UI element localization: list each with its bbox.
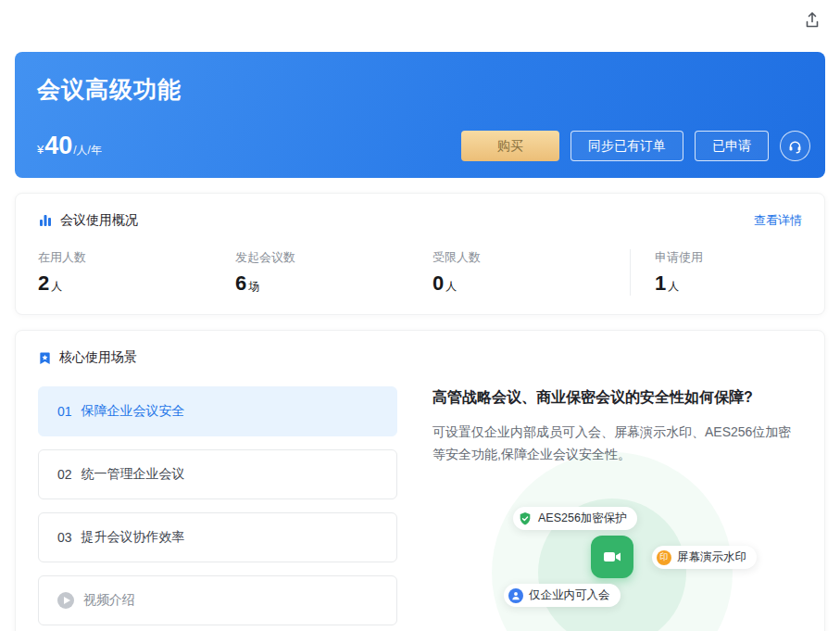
badge-label: AES256加密保护 (538, 511, 627, 526)
scenario-item-management[interactable]: 02 统一管理企业会议 (38, 449, 397, 499)
stat-value: 0 (433, 271, 444, 296)
video-camera-badge (591, 536, 633, 578)
scenario-item-efficiency[interactable]: 03 提升会议协作效率 (38, 512, 397, 562)
video-camera-icon (601, 546, 623, 568)
scenario-list: 01 保障企业会议安全 02 统一管理企业会议 03 提升会议协作效率 视频介绍 (38, 386, 397, 631)
bar-chart-icon (38, 213, 53, 228)
scenario-item-security[interactable]: 01 保障企业会议安全 (38, 386, 397, 436)
stamp-icon: 印 (657, 550, 671, 565)
stat-apply-usage: 申请使用 1人 (630, 249, 802, 296)
banner-actions: 购买 同步已有订单 已申请 (461, 131, 810, 161)
buy-button[interactable]: 购买 (461, 131, 559, 161)
play-icon (57, 592, 74, 609)
overview-header: 会议使用概况 查看详情 (38, 212, 802, 229)
badge-label: 仅企业内可入会 (529, 587, 610, 603)
badge-internal-only: 仅企业内可入会 (504, 584, 621, 607)
scenarios-header: 核心使用场景 (38, 349, 802, 366)
stat-unit: 场 (248, 279, 259, 295)
video-intro-label: 视频介绍 (83, 592, 135, 609)
headset-icon (787, 138, 803, 154)
stat-value: 1 (655, 271, 666, 296)
sync-orders-button[interactable]: 同步已有订单 (570, 131, 683, 161)
scenario-index: 01 (57, 404, 72, 419)
scenarios-title-group: 核心使用场景 (38, 349, 137, 366)
scenario-label: 统一管理企业会议 (81, 466, 185, 483)
stat-value: 2 (38, 271, 49, 296)
badge-screen-watermark: 印 屏幕演示水印 (652, 546, 757, 569)
banner-bottom: ¥ 40 /人/年 购买 同步已有订单 已申请 (37, 131, 810, 161)
support-button[interactable] (780, 131, 810, 161)
overview-title-group: 会议使用概况 (38, 212, 138, 229)
scenarios-body: 01 保障企业会议安全 02 统一管理企业会议 03 提升会议协作效率 视频介绍… (38, 386, 802, 631)
stat-restricted-users: 受限人数 0人 (433, 249, 630, 296)
scenario-label: 提升会议协作效率 (81, 529, 185, 546)
bookmark-icon (38, 351, 52, 365)
applied-button[interactable]: 已申请 (695, 131, 769, 161)
scenario-detail: 高管战略会议、商业保密会议的安全性如何保障? 可设置仅企业内部成员可入会、屏幕演… (433, 386, 802, 631)
shield-check-icon (518, 511, 533, 526)
scenarios-card: 核心使用场景 01 保障企业会议安全 02 统一管理企业会议 03 提升会议协作… (15, 330, 825, 631)
scenario-index: 02 (57, 467, 72, 482)
price-amount: 40 (44, 132, 72, 160)
badge-label: 屏幕演示水印 (677, 549, 746, 565)
scenarios-title: 核心使用场景 (59, 349, 137, 366)
security-illustration: AES256加密保护 印 屏幕演示水印 仅企业内可入会 (433, 480, 802, 631)
overview-card: 会议使用概况 查看详情 在用人数 2人 发起会议数 6场 受限人数 0人 申请使… (15, 193, 825, 315)
share-button[interactable] (801, 9, 823, 32)
stat-meetings-started: 发起会议数 6场 (235, 249, 433, 296)
scenario-detail-heading: 高管战略会议、商业保密会议的安全性如何保障? (433, 388, 802, 408)
stat-unit: 人 (445, 279, 457, 295)
topbar (0, 0, 840, 41)
stat-active-users: 在用人数 2人 (38, 249, 235, 296)
stat-unit: 人 (51, 279, 62, 295)
share-icon (803, 11, 821, 30)
scenario-index: 03 (57, 530, 72, 545)
price-unit: /人/年 (73, 143, 102, 158)
overview-stats: 在用人数 2人 发起会议数 6场 受限人数 0人 申请使用 1人 (38, 249, 802, 296)
overview-title: 会议使用概况 (60, 212, 138, 229)
user-icon (508, 588, 523, 603)
page-title: 会议高级功能 (37, 74, 803, 105)
video-intro-item[interactable]: 视频介绍 (38, 575, 397, 625)
stat-value: 6 (235, 271, 246, 296)
price-currency: ¥ (37, 143, 44, 157)
view-detail-link[interactable]: 查看详情 (754, 212, 802, 229)
stat-unit: 人 (668, 279, 679, 295)
banner: 会议高级功能 ¥ 40 /人/年 购买 同步已有订单 已申请 (15, 52, 825, 178)
price: ¥ 40 /人/年 (37, 132, 102, 160)
scenario-label: 保障企业会议安全 (81, 403, 185, 420)
badge-aes-encryption: AES256加密保护 (513, 507, 637, 530)
